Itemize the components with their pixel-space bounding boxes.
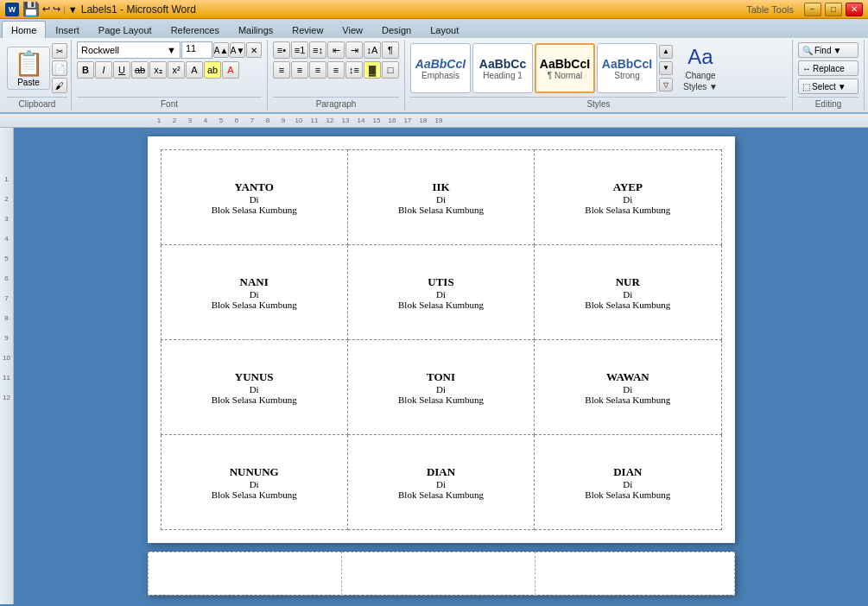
styles-scroll-up[interactable]: ▲ [659, 45, 673, 59]
style-strong[interactable]: AaBbCcI Strong [597, 43, 657, 93]
increase-indent-button[interactable]: ⇥ [345, 41, 363, 59]
strikethrough-button[interactable]: ab [131, 61, 149, 79]
numbering-button[interactable]: ≡1 [291, 41, 308, 59]
multilevel-list-button[interactable]: ≡↕ [309, 41, 326, 59]
minimize-button[interactable]: − [804, 3, 821, 16]
borders-button[interactable]: □ [382, 61, 399, 79]
title-text: Labels1 - Microsoft Word [81, 3, 196, 16]
bold-button[interactable]: B [77, 61, 94, 79]
undo-icon[interactable]: ↩ [42, 3, 50, 15]
tab-design[interactable]: Design [372, 21, 421, 38]
select-dropdown[interactable]: ▼ [838, 82, 846, 92]
vr-4: 4 [4, 235, 8, 243]
cut-button[interactable]: ✂ [52, 43, 67, 59]
label-cell-2-1: TONI Di Blok Selasa Kumbung [347, 340, 534, 435]
find-dropdown[interactable]: ▼ [833, 46, 841, 55]
align-center-button[interactable]: ≡ [291, 61, 308, 79]
paste-icon: 📋 [14, 49, 44, 78]
style-heading1[interactable]: AaBbCc Heading 1 [472, 43, 533, 93]
label-table: YANTO Di Blok Selasa Kumbung IIK Di Blok… [161, 149, 722, 530]
tab-layout[interactable]: Layout [421, 21, 468, 38]
font-name-box[interactable]: Rockwell ▼ [77, 41, 181, 59]
save-icon[interactable]: 💾 [22, 1, 40, 17]
tab-home[interactable]: Home [2, 21, 46, 38]
italic-button[interactable]: I [95, 61, 112, 79]
styles-expand[interactable]: ▽ [659, 78, 673, 92]
ruler-mark-19: 19 [431, 117, 447, 124]
select-icon: ⬚ [802, 82, 810, 92]
ruler-mark-15: 15 [369, 117, 384, 124]
line-spacing-button[interactable]: ↕≡ [345, 61, 363, 79]
underline-button[interactable]: U [113, 61, 130, 79]
label-name-1-1: UTIS [355, 275, 527, 289]
label-sub2-3-1: Blok Selasa Kumbung [355, 489, 527, 500]
style-emphasis[interactable]: AaBbCcI Emphasis [410, 43, 471, 93]
format-painter-button[interactable]: 🖌 [52, 78, 67, 93]
bullets-button[interactable]: ≡• [273, 41, 290, 59]
font-size-box[interactable]: 11 [181, 41, 212, 59]
vertical-ruler: 1 2 3 4 5 6 7 8 9 10 11 12 [0, 128, 14, 604]
font-color-button[interactable]: A [222, 61, 239, 79]
label-sub-1-0: Di [168, 289, 340, 300]
styles-content: AaBbCcI Emphasis AaBbCc Heading 1 AaBbCc… [410, 41, 787, 95]
paragraph-group: ≡• ≡1 ≡↕ ⇤ ⇥ ↕A ¶ ≡ ≡ ≡ ≡ ↕≡ ▓ □ [268, 40, 405, 110]
customize-icon[interactable]: ▼ [68, 4, 78, 15]
label-sub2-2-0: Blok Selasa Kumbung [168, 395, 340, 405]
ruler-mark-9: 9 [276, 117, 291, 124]
style-normal[interactable]: AaBbCcI ¶ Normal [535, 43, 595, 93]
clipboard-group: 📋 Paste ✂ 📄 🖌 Clipboard [3, 40, 72, 110]
redo-icon[interactable]: ↪ [53, 3, 60, 15]
label-sub-0-1: Di [355, 194, 527, 205]
ruler-mark-8: 8 [260, 117, 276, 124]
subscript-button[interactable]: x₂ [149, 61, 167, 79]
vr-6: 6 [4, 275, 8, 282]
font-size-increase-button[interactable]: A▲ [213, 42, 229, 58]
align-left-button[interactable]: ≡ [273, 61, 290, 79]
superscript-button[interactable]: x² [168, 61, 185, 79]
title-bar-right: Table Tools − □ ✕ [746, 3, 863, 16]
ruler-mark-17: 17 [400, 117, 415, 124]
replace-button[interactable]: ↔ Replace [798, 60, 858, 76]
align-right-button[interactable]: ≡ [309, 61, 326, 79]
font-dropdown-icon[interactable]: ▼ [167, 45, 176, 55]
change-styles-button[interactable]: Aa Change Styles ▼ [675, 43, 726, 93]
title-bar-left: W 💾 ↩ ↪ | ▼ Labels1 - Microsoft Word [5, 1, 196, 17]
font-size-decrease-button[interactable]: A▼ [230, 42, 245, 58]
text-effect-button[interactable]: A [186, 61, 203, 79]
change-styles-label2: Styles ▼ [683, 82, 718, 92]
clear-formatting-button[interactable]: ✕ [246, 42, 262, 58]
label-cell-0-0: YANTO Di Blok Selasa Kumbung [161, 150, 347, 245]
tab-references[interactable]: References [162, 21, 229, 38]
vr-11: 11 [3, 374, 10, 382]
select-button[interactable]: ⬚ Select ▼ [798, 79, 858, 94]
shading-button[interactable]: ▓ [364, 61, 381, 79]
show-paragraph-button[interactable]: ¶ [382, 41, 399, 59]
text-highlight-button[interactable]: ab [204, 61, 221, 79]
app-icon: W [5, 3, 19, 16]
sort-button[interactable]: ↕A [364, 41, 381, 59]
font-row-2: B I U ab x₂ x² A ab A [77, 61, 239, 79]
label-cell-2-0: YUNUS Di Blok Selasa Kumbung [161, 340, 347, 435]
vr-3: 3 [4, 215, 8, 223]
clipboard-content: 📋 Paste ✂ 📄 🖌 [7, 41, 67, 95]
tab-review[interactable]: Review [282, 21, 333, 38]
title-bar: W 💾 ↩ ↪ | ▼ Labels1 - Microsoft Word Tab… [0, 0, 868, 19]
copy-button[interactable]: 📄 [52, 60, 67, 76]
label-cell-2-2: WAWAN Di Blok Selasa Kumbung [535, 340, 721, 435]
find-button[interactable]: 🔍 Find ▼ [798, 42, 858, 58]
font-group: Rockwell ▼ 11 A▲ A▼ ✕ B I U ab x₂ x [72, 40, 268, 110]
tab-view[interactable]: View [333, 21, 372, 38]
tab-mailings[interactable]: Mailings [229, 21, 282, 38]
styles-scroll-down[interactable]: ▼ [659, 61, 673, 75]
paste-button[interactable]: 📋 Paste [7, 47, 50, 90]
maximize-button[interactable]: □ [825, 3, 842, 16]
decrease-indent-button[interactable]: ⇤ [327, 41, 345, 59]
vr-8: 8 [4, 314, 8, 322]
styles-area: AaBbCcI Emphasis AaBbCc Heading 1 AaBbCc… [410, 43, 673, 93]
tab-insert[interactable]: Insert [46, 21, 89, 38]
label-sub2-1-0: Blok Selasa Kumbung [168, 300, 340, 310]
justify-button[interactable]: ≡ [327, 61, 345, 79]
label-sub-0-0: Di [168, 194, 340, 205]
close-button[interactable]: ✕ [846, 3, 863, 16]
tab-page-layout[interactable]: Page Layout [89, 21, 162, 38]
